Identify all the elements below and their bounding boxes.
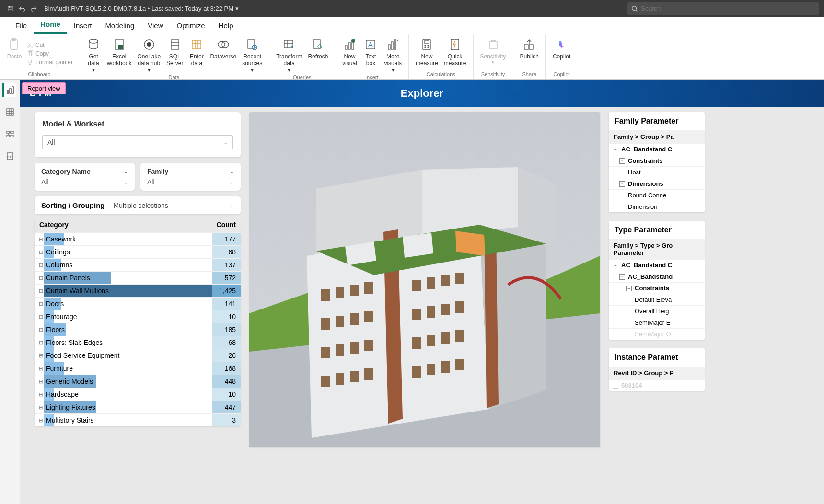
table-header-count[interactable]: Count <box>202 221 236 229</box>
new-visual-button[interactable]: +New visual <box>339 36 360 74</box>
family-filter-value[interactable]: All⌄ <box>147 178 234 186</box>
copy-button[interactable]: Copy <box>25 49 75 58</box>
rail-report-view[interactable] <box>2 83 16 97</box>
svg-rect-24 <box>345 46 347 49</box>
table-row[interactable]: ⊞ Columns 137 <box>35 258 241 271</box>
excel-button[interactable]: XExcel workbook <box>104 36 134 74</box>
sensitivity-button[interactable]: Sensitivity▾ <box>477 36 509 71</box>
table-row[interactable]: ⊞ Casework 177 <box>35 232 241 245</box>
table-row[interactable]: ⊞ Entourage 10 <box>35 310 241 323</box>
model-workset-title: Model & Workset <box>42 120 233 128</box>
expand-icon[interactable]: ⊞ <box>35 402 44 413</box>
expand-icon[interactable]: ⊞ <box>35 337 44 348</box>
tree-item[interactable]: Overall Heig <box>609 305 705 317</box>
publish-button[interactable]: Publish <box>517 36 542 71</box>
copilot-button[interactable]: Copilot <box>550 36 573 71</box>
table-row[interactable]: ⊞ Curtain Panels 572 <box>35 271 241 284</box>
3d-model-viewer[interactable] <box>249 112 600 447</box>
undo-icon[interactable] <box>16 3 28 14</box>
tree-item[interactable]: Dimension <box>609 201 705 212</box>
expand-icon[interactable]: ⊞ <box>35 376 44 387</box>
table-row[interactable]: ⊞ Lighting Fixtures 447 <box>35 401 241 413</box>
tree-item[interactable]: 503104 <box>609 379 705 391</box>
table-row[interactable]: ⊞ Curtain Wall Mullions 1,425 <box>35 284 241 297</box>
new-measure-button[interactable]: New measure <box>413 36 441 71</box>
title-bar: BimAudit-RVT-SQL5.2.0-DM0.7.8.1a • Last … <box>0 0 824 17</box>
menu-optimize[interactable]: Optimize <box>170 18 212 34</box>
save-icon[interactable] <box>5 3 16 14</box>
tree-item[interactable]: −Dimensions <box>609 178 705 189</box>
dataverse-button[interactable]: Dataverse <box>207 36 239 74</box>
rail-dax-view[interactable]: DAX <box>3 149 17 163</box>
onelake-button[interactable]: OneLake data hub▾ <box>134 36 163 74</box>
category-filter-value[interactable]: All⌄ <box>41 178 128 186</box>
redo-icon[interactable] <box>28 3 39 14</box>
table-row[interactable]: ⊞ Generic Models 448 <box>35 375 241 388</box>
menu-help[interactable]: Help <box>212 18 240 34</box>
format-painter-button[interactable]: Format painter <box>25 58 75 67</box>
table-row[interactable]: ⊞ Food Service Equipment 26 <box>35 349 241 362</box>
expand-icon[interactable]: ⊞ <box>35 389 44 400</box>
sql-button[interactable]: SQL Server <box>163 36 186 74</box>
expand-icon[interactable]: ⊞ <box>35 234 44 245</box>
expand-icon[interactable]: ⊞ <box>35 350 44 361</box>
search-box[interactable] <box>627 2 819 15</box>
svg-rect-70 <box>364 282 373 294</box>
search-input[interactable] <box>641 5 815 12</box>
expand-icon[interactable]: ⊞ <box>35 286 44 297</box>
tree-item[interactable]: −AC_Bandstand C <box>609 259 705 271</box>
text-box-button[interactable]: AText box <box>360 36 381 74</box>
rail-table-view[interactable] <box>3 105 17 119</box>
svg-rect-96 <box>427 364 435 375</box>
rail-model-view[interactable] <box>3 127 17 141</box>
cut-button[interactable]: Cut <box>25 41 75 49</box>
menu-modeling[interactable]: Modeling <box>98 18 141 34</box>
table-row[interactable]: ⊞ Ceilings 68 <box>35 245 241 258</box>
table-row[interactable]: ⊞ Floors: Slab Edges 68 <box>35 336 241 349</box>
menu-home[interactable]: Home <box>34 16 67 34</box>
expand-icon[interactable]: ⊞ <box>35 363 44 374</box>
expand-icon[interactable]: ⊞ <box>35 324 44 335</box>
tree-item[interactable]: Default Eleva <box>609 294 705 305</box>
svg-rect-47 <box>7 109 13 115</box>
recent-sources-button[interactable]: Recent sources▾ <box>239 36 265 74</box>
table-row[interactable]: ⊞ Furniture 168 <box>35 362 241 375</box>
expand-icon[interactable]: ⊞ <box>35 298 44 309</box>
menu-insert[interactable]: Insert <box>67 18 99 34</box>
quick-measure-button[interactable]: Quick measure <box>441 36 469 71</box>
tree-item[interactable]: SemiMajor E <box>609 317 705 328</box>
chevron-down-icon[interactable]: ⌄ <box>124 169 128 175</box>
model-workset-dropdown[interactable]: All⌄ <box>42 135 233 149</box>
tree-item[interactable]: −Constraints <box>609 155 705 166</box>
tree-item[interactable]: −AC_Bandstand C <box>609 143 705 155</box>
table-header-category[interactable]: Category <box>39 221 202 229</box>
table-row[interactable]: ⊞ Hardscape 10 <box>35 388 241 401</box>
expand-icon[interactable]: ⊞ <box>35 260 44 271</box>
table-row[interactable]: ⊞ Multistory Stairs 3 <box>35 413 241 426</box>
svg-rect-75 <box>321 347 330 358</box>
get-data-button[interactable]: Get data▾ <box>83 36 104 74</box>
enter-data-button[interactable]: Enter data <box>186 36 207 74</box>
expand-icon[interactable]: ⊞ <box>35 311 44 322</box>
svg-rect-94 <box>455 330 464 342</box>
tree-item[interactable]: SemiMajor O <box>609 328 705 340</box>
paste-button[interactable]: Paste <box>4 36 25 71</box>
sorting-dropdown[interactable]: Multiple selections⌄ <box>113 202 234 209</box>
tree-item[interactable]: Round Conne <box>609 189 705 201</box>
svg-rect-50 <box>7 135 10 137</box>
table-row[interactable]: ⊞ Doors 141 <box>35 297 241 310</box>
chevron-down-icon[interactable]: ⌄ <box>230 169 234 175</box>
expand-icon[interactable]: ⊞ <box>35 415 44 426</box>
tree-item[interactable]: Host <box>609 166 705 178</box>
refresh-button[interactable]: Refresh <box>305 36 331 74</box>
table-row[interactable]: ⊞ Floors 185 <box>35 323 241 336</box>
tree-item[interactable]: −AC_Bandstand <box>609 271 705 282</box>
expand-icon[interactable]: ⊞ <box>35 273 44 284</box>
more-visuals-button[interactable]: More visuals▾ <box>381 36 405 74</box>
category-filter-label: Category Name <box>41 168 91 175</box>
tree-item[interactable]: −Constraints <box>609 282 705 294</box>
menu-file[interactable]: File <box>9 18 34 34</box>
transform-data-button[interactable]: Transform data▾ <box>273 36 305 74</box>
menu-view[interactable]: View <box>141 18 170 34</box>
expand-icon[interactable]: ⊞ <box>35 247 44 258</box>
